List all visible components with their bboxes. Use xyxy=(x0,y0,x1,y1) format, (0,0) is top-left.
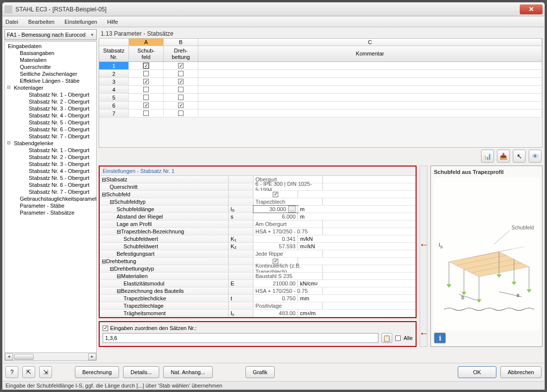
col-c[interactable]: C xyxy=(198,39,542,46)
tree-item[interactable]: Stabsatz Nr. 6 - Obergurt xyxy=(5,181,96,188)
row-number[interactable]: 6 xyxy=(99,102,129,109)
checkbox[interactable] xyxy=(178,63,183,68)
kommentar-cell[interactable] xyxy=(198,62,542,69)
details-button[interactable]: Details... xyxy=(123,366,159,378)
checkbox[interactable] xyxy=(143,79,149,84)
dreh-cell[interactable] xyxy=(164,78,198,85)
tree-item[interactable]: Stabsatz Nr. 4 - Obergurt xyxy=(5,168,96,174)
tree-item[interactable]: Stabsatz Nr. 2 - Obergurt xyxy=(5,98,96,105)
checkbox[interactable] xyxy=(143,111,149,116)
dreh-cell[interactable] xyxy=(164,110,198,117)
tree-root[interactable]: Eingabedaten xyxy=(5,43,96,50)
tree-item[interactable]: Parameter - Stäbe xyxy=(5,202,96,209)
dreh-cell[interactable] xyxy=(164,62,198,69)
info-icon[interactable]: ℹ xyxy=(434,333,446,343)
row-number[interactable]: 1 xyxy=(99,62,129,69)
scroll-thumb[interactable] xyxy=(14,354,34,360)
anhang-button[interactable]: Nat. Anhang... xyxy=(163,366,213,378)
abbrechen-button[interactable]: Abbrechen xyxy=(500,366,542,378)
row-number[interactable]: 2 xyxy=(99,70,129,77)
scroll-left-icon[interactable]: ◄ xyxy=(5,353,13,360)
schub-cell[interactable] xyxy=(129,78,164,85)
tree-item[interactable]: Stabsatz Nr. 5 - Obergurt xyxy=(5,119,96,126)
checkbox[interactable] xyxy=(178,71,183,76)
ok-button[interactable]: OK xyxy=(458,366,496,378)
schub-cell[interactable] xyxy=(129,94,164,101)
tree-item[interactable]: Querschnitte xyxy=(5,63,96,70)
tree-item[interactable]: Materialien xyxy=(5,56,96,63)
checkbox[interactable] xyxy=(143,95,149,100)
tree-stabend[interactable]: Stabendgelenke xyxy=(5,140,96,147)
help-icon[interactable]: ? xyxy=(5,366,18,378)
tree[interactable]: Eingabedaten Basisangaben Materialien Qu… xyxy=(4,41,97,353)
tree-item[interactable]: Stabsatz Nr. 7 - Obergurt xyxy=(5,133,96,140)
checkbox[interactable] xyxy=(143,103,149,108)
kommentar-cell[interactable] xyxy=(198,70,542,77)
schub-cell[interactable] xyxy=(129,70,164,77)
tree-scrollbar[interactable]: ◄ ► xyxy=(4,353,97,361)
tree-item[interactable]: Stabsatz Nr. 1 - Obergurt xyxy=(5,147,96,154)
row-number[interactable]: 7 xyxy=(99,110,129,117)
menu-file[interactable]: Datei xyxy=(5,19,18,25)
export-icon[interactable]: ⇲ xyxy=(39,366,52,378)
menu-settings[interactable]: Einstellungen xyxy=(64,19,97,25)
checkbox[interactable] xyxy=(178,79,183,84)
dreh-cell[interactable] xyxy=(164,102,198,109)
kommentar-cell[interactable] xyxy=(198,110,542,117)
schub-cell[interactable] xyxy=(129,86,164,93)
checkbox[interactable] xyxy=(178,111,183,116)
tree-item[interactable]: Stabsatz Nr. 3 - Obergurt xyxy=(5,161,96,168)
excel-export-icon[interactable]: 📊 xyxy=(481,150,494,163)
schubfeld-checkbox[interactable] xyxy=(273,192,278,197)
kommentar-cell[interactable] xyxy=(198,102,542,109)
checkbox[interactable] xyxy=(178,95,183,100)
view-icon[interactable]: 👁 xyxy=(529,150,542,163)
col-a[interactable]: A xyxy=(129,39,164,46)
checkbox[interactable] xyxy=(178,87,183,92)
case-combo[interactable]: FA1 - Bemessung nach Eurocod xyxy=(4,29,97,40)
tree-item[interactable]: Stabsatz Nr. 7 - Obergurt xyxy=(5,188,96,195)
kommentar-cell[interactable] xyxy=(198,86,542,93)
assign-input[interactable] xyxy=(103,333,378,343)
assign-checkbox[interactable] xyxy=(103,326,108,331)
checkbox[interactable] xyxy=(143,63,149,68)
row-number[interactable]: 5 xyxy=(99,94,129,101)
close-button[interactable]: ✕ xyxy=(520,4,543,14)
scroll-right-icon[interactable]: ► xyxy=(88,353,96,360)
tree-item[interactable]: Stabsatz Nr. 4 - Obergurt xyxy=(5,112,96,119)
menu-help[interactable]: Hilfe xyxy=(107,19,118,25)
tree-item[interactable]: Effektive Längen - Stäbe xyxy=(5,77,96,84)
schub-cell[interactable] xyxy=(129,102,164,109)
tree-item[interactable]: Parameter - Stabsätze xyxy=(5,209,96,216)
row-number[interactable]: 3 xyxy=(99,78,129,85)
dreh-cell[interactable] xyxy=(164,94,198,101)
tree-item[interactable]: Stabsatz Nr. 3 - Obergurt xyxy=(5,105,96,112)
schub-cell[interactable] xyxy=(129,62,164,69)
excel-import-icon[interactable]: 📥 xyxy=(497,150,510,163)
alle-checkbox[interactable] xyxy=(395,336,401,341)
tree-item[interactable]: Stabsatz Nr. 2 - Obergurt xyxy=(5,154,96,161)
grafik-button[interactable]: Grafik xyxy=(245,366,275,378)
checkbox[interactable] xyxy=(143,71,149,76)
tree-item[interactable]: Stabsatz Nr. 5 - Obergurt xyxy=(5,174,96,181)
pick-icon[interactable]: ↖ xyxy=(513,150,526,163)
dreh-cell[interactable] xyxy=(164,86,198,93)
tree-item[interactable]: Basisangaben xyxy=(5,50,96,56)
tree-item[interactable]: Stabsatz Nr. 6 - Obergurt xyxy=(5,126,96,133)
tree-knotenlager[interactable]: Knotenlager xyxy=(5,84,96,91)
berechnung-button[interactable]: Berechnung xyxy=(75,366,119,378)
schub-cell[interactable] xyxy=(129,110,164,117)
col-b[interactable]: B xyxy=(164,39,198,46)
pick-members-icon[interactable]: 📋 xyxy=(381,333,392,343)
detail-scrollbar[interactable] xyxy=(420,166,427,347)
tree-item[interactable]: Seitliche Zwischenlager xyxy=(5,70,96,77)
menu-edit[interactable]: Bearbeiten xyxy=(28,19,55,25)
tree-item[interactable]: Stabsatz Nr. 1 - Obergurt xyxy=(5,91,96,98)
checkbox[interactable] xyxy=(178,103,183,108)
checkbox[interactable] xyxy=(143,87,149,92)
dreh-cell[interactable] xyxy=(164,70,198,77)
import-icon[interactable]: ⇱ xyxy=(22,366,35,378)
kommentar-cell[interactable] xyxy=(198,78,542,85)
row-number[interactable]: 4 xyxy=(99,86,129,93)
kommentar-cell[interactable] xyxy=(198,94,542,101)
